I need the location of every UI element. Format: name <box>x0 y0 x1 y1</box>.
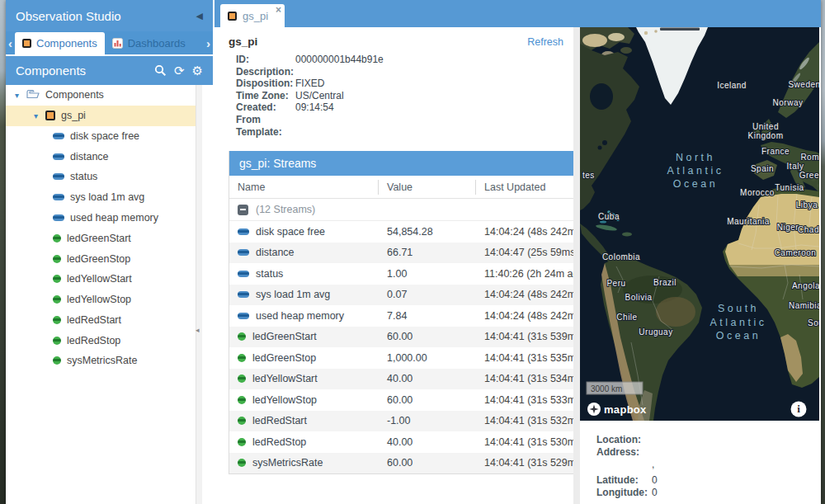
column-header-name[interactable]: Name <box>229 180 379 195</box>
location-label: Longitude: <box>596 487 652 499</box>
location-value: , <box>652 459 654 471</box>
refresh-icon[interactable]: ⟳ <box>174 64 185 77</box>
map-label: Spain <box>751 164 774 173</box>
tree-item-sys-load[interactable]: sys load 1m avg <box>6 187 202 208</box>
map-label: Iceland <box>717 81 747 90</box>
map-label: Uruguay <box>639 327 672 337</box>
map-scale-bar: 3000 km <box>587 382 643 394</box>
map-scale-label: 3000 km <box>591 384 622 393</box>
caret-down-icon[interactable]: ▾ <box>34 111 45 120</box>
mapbox-logo[interactable]: mapbox <box>587 403 647 416</box>
field-value: 000000001b44b91e <box>295 54 384 66</box>
tree-item-label: used heap memory <box>70 212 158 224</box>
tree-item-ledgreenstop[interactable]: ledGreenStop <box>6 248 202 269</box>
tree-item-label: ledGreenStop <box>67 253 130 265</box>
table-row[interactable]: ledRedStop40.0014:04:41 (31s 530m... <box>229 431 576 453</box>
splitter-collapse-icon[interactable]: ◂ <box>196 326 200 334</box>
tree-item-used-heap[interactable]: used heap memory <box>6 208 202 228</box>
location-panel: Location: Address: , Latitude:0 Longitud… <box>580 421 819 499</box>
streams-group-label: (12 Streams) <box>256 204 315 215</box>
tree-item-disk-space-free[interactable]: disk space free <box>6 126 202 147</box>
column-header-value[interactable]: Value <box>379 180 476 195</box>
map[interactable]: North Atlantic Ocean South Atlantic Ocea… <box>580 27 819 421</box>
stream-icon <box>53 153 64 160</box>
observation-studio-window: Observation Studio ◀ ‹ Components Dashbo… <box>6 0 821 504</box>
map-label: Chad <box>798 225 819 234</box>
column-header-last-updated[interactable]: Last Updated <box>476 180 576 195</box>
stream-value: 7.84 <box>379 310 476 322</box>
table-row[interactable]: ledRedStart-1.0014:04:41 (31s 532m... <box>229 411 576 432</box>
map-panel: North Atlantic Ocean South Atlantic Ocea… <box>580 27 819 504</box>
stream-updated: 14:04:47 (25s 59ms ... <box>476 247 576 258</box>
stream-icon <box>53 173 64 180</box>
tree-item-ledredstop[interactable]: ledRedStop <box>6 330 202 351</box>
table-row[interactable]: sysMetricsRate60.0014:04:41 (31s 529m... <box>229 453 576 474</box>
tree-item-status[interactable]: status <box>6 167 202 187</box>
led-icon <box>53 295 61 304</box>
tree-item-distance[interactable]: distance <box>6 146 202 167</box>
folder-icon <box>26 89 40 101</box>
tree-item-sysmetricsrate[interactable]: sysMetricsRate <box>6 351 202 371</box>
led-icon <box>53 275 61 283</box>
caret-down-icon[interactable]: ▾ <box>15 91 26 100</box>
tree-item-gs-pi[interactable]: ▾ gs_pi <box>6 106 202 126</box>
satellite-world-map: North Atlantic Ocean South Atlantic Ocea… <box>580 27 819 421</box>
map-label: Norway <box>773 98 804 107</box>
stream-name: status <box>256 268 283 280</box>
stream-name: ledRedStart <box>252 415 307 426</box>
stream-name: ledGreenStart <box>252 331 317 342</box>
gear-icon[interactable]: ⚙ <box>192 64 203 77</box>
map-label: Namibia <box>789 301 819 310</box>
led-icon <box>53 234 61 243</box>
tree-item-label: ledRedStart <box>67 314 121 326</box>
tree-item-ledgreenstart[interactable]: ledGreenStart <box>6 228 202 248</box>
tree-item-label: disk space free <box>70 130 139 142</box>
field-label: ID: <box>236 54 295 66</box>
tab-components[interactable]: Components <box>15 32 105 54</box>
stream-name: disk space free <box>256 226 325 238</box>
streams-table-header: Name Value Last Updated <box>229 176 576 199</box>
table-row[interactable]: ledYellowStop60.0014:04:41 (31s 533m... <box>229 389 576 411</box>
stream-icon <box>238 228 249 235</box>
table-row[interactable]: status1.0011:40:26 (2h 24m ago) <box>229 263 576 285</box>
search-icon[interactable] <box>154 64 167 77</box>
table-row[interactable]: ledGreenStart60.0014:04:41 (31s 539m... <box>229 327 576 348</box>
tab-scroll-left-icon[interactable]: ‹ <box>6 31 15 54</box>
stream-name: ledGreenStop <box>252 352 316 364</box>
table-row[interactable]: distance66.7114:04:47 (25s 59ms ... <box>229 243 576 264</box>
field-value: 09:14:54 <box>295 101 334 114</box>
refresh-link[interactable]: Refresh <box>527 36 563 48</box>
table-row[interactable]: ledGreenStop1,000.0014:04:41 (31s 535m..… <box>229 347 576 369</box>
tree-item-ledredstart[interactable]: ledRedStart <box>6 309 202 330</box>
led-icon <box>53 255 61 263</box>
field-label: Description: <box>236 66 295 78</box>
location-value: 0 <box>652 487 658 499</box>
map-label: Sweden <box>788 80 819 89</box>
field-label: Created: <box>236 101 295 114</box>
sidebar-collapse-icon[interactable]: ◀ <box>196 11 203 21</box>
location-label <box>596 459 652 471</box>
map-info-button[interactable]: i <box>791 402 807 417</box>
sidebar-splitter[interactable]: ◂ <box>196 85 202 504</box>
tab-dashboards[interactable]: Dashboards <box>105 32 193 54</box>
tab-scroll-right-icon[interactable]: › <box>204 31 213 54</box>
tree-item-label: ledGreenStart <box>67 233 131 244</box>
tree-item-ledyellowstart[interactable]: ledYellowStart <box>6 269 202 290</box>
tab-close-icon[interactable]: × <box>276 4 281 16</box>
table-row[interactable]: used heap memory7.8414:04:24 (48s 242m..… <box>229 305 576 327</box>
stream-value: 60.00 <box>379 331 476 342</box>
table-row[interactable]: sys load 1m avg0.0714:04:24 (48s 242m... <box>229 285 576 306</box>
led-icon <box>53 337 61 345</box>
collapse-group-icon[interactable] <box>238 205 248 215</box>
table-row[interactable]: disk space free54,854.2814:04:24 (48s 24… <box>229 221 576 243</box>
tree-item-ledyellowstop[interactable]: ledYellowStop <box>6 290 202 310</box>
component-fields: ID:000000001b44b91e Description: Disposi… <box>236 54 571 138</box>
ocean-label: South <box>718 303 759 314</box>
table-row[interactable]: ledYellowStart40.0014:04:41 (31s 534m... <box>229 369 576 390</box>
stream-value: 40.00 <box>379 373 476 384</box>
tree-item-components-root[interactable]: ▾ Components <box>6 85 202 106</box>
components-tree: ▾ Components ▾ gs_pi disk space free d <box>6 85 202 504</box>
ocean-label: North <box>676 152 715 163</box>
tab-gs-pi[interactable]: gs_pi × <box>220 4 285 27</box>
panel-divider[interactable] <box>573 27 580 504</box>
